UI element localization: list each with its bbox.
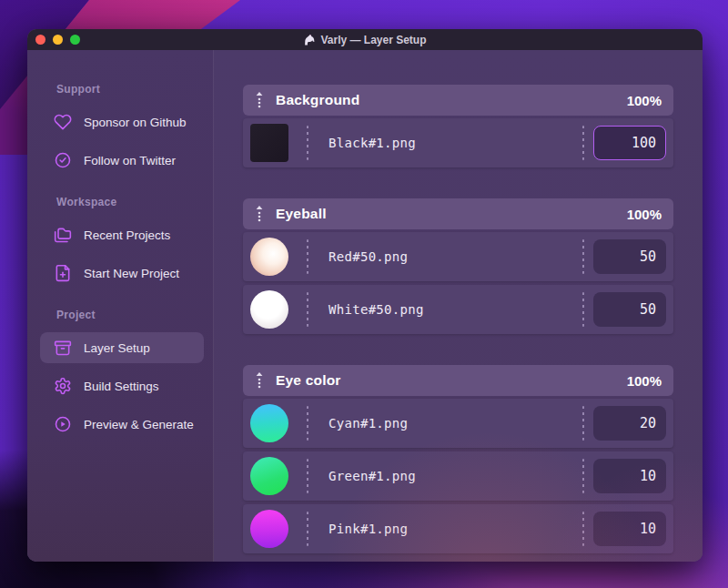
sidebar-item-recent-projects[interactable]: Recent Projects — [40, 219, 204, 250]
sidebar-item-label: Preview & Generate — [84, 418, 194, 431]
layer-group: Background 100% Black#1.png — [243, 85, 673, 167]
layer-row[interactable]: Black#1.png — [243, 118, 673, 167]
sidebar-item-follow-on-twitter[interactable]: Follow on Twitter — [40, 145, 204, 176]
drag-handle-icon[interactable] — [255, 372, 264, 390]
layer-thumbnail — [250, 238, 288, 276]
dotted-separator — [582, 406, 584, 441]
layer-group: Eye color 100% Cyan#1.png Green#1.png Pi… — [243, 365, 673, 553]
layer-row[interactable]: Pink#1.png — [243, 504, 673, 553]
layer-group-rows: Red#50.png White#50.png — [243, 232, 673, 334]
layer-group-percent: 100% — [627, 373, 662, 389]
layer-group: Eyeball 100% Red#50.png White#50.png — [243, 198, 673, 334]
layer-filename: Cyan#1.png — [329, 416, 582, 431]
layer-filename: Pink#1.png — [329, 522, 582, 536]
layer-group-title: Eye color — [276, 372, 627, 389]
desktop: { "window": { "title": "Varly — Layer Se… — [0, 0, 728, 588]
layer-group-percent: 100% — [627, 207, 662, 222]
layer-thumbnail — [250, 457, 288, 495]
sidebar-item-label: Start New Project — [84, 267, 179, 280]
layer-filename: Black#1.png — [329, 136, 582, 150]
window-title-text: Varly — Layer Setup — [320, 34, 426, 46]
sidebar-item-label: Sponsor on Github — [84, 116, 187, 129]
layer-row[interactable]: Green#1.png — [243, 451, 673, 501]
window-title: Varly — Layer Setup — [27, 29, 703, 50]
layer-weight-input[interactable] — [593, 292, 666, 327]
sidebar-section: Support Sponsor on Github Follow on Twit… — [27, 83, 213, 176]
dotted-separator — [307, 406, 308, 441]
sidebar-item-label: Build Settings — [84, 380, 159, 393]
zoom-button[interactable] — [70, 35, 80, 45]
layer-weight-input[interactable] — [593, 406, 666, 441]
file-plus-icon — [54, 264, 72, 282]
window-body: Support Sponsor on Github Follow on Twit… — [27, 50, 703, 562]
dotted-separator — [307, 239, 308, 274]
badge-check-icon — [54, 151, 72, 169]
sidebar-section: Workspace Recent Projects Start New Proj… — [27, 196, 213, 289]
sidebar-item-preview-generate[interactable]: Preview & Generate — [40, 409, 204, 440]
layer-weight-input[interactable] — [593, 459, 666, 493]
sidebar-section-items: Sponsor on Github Follow on Twitter — [27, 106, 213, 176]
sidebar-item-label: Follow on Twitter — [84, 154, 176, 167]
minimize-button[interactable] — [53, 35, 63, 45]
dotted-separator — [582, 512, 584, 546]
layer-row[interactable]: Red#50.png — [243, 232, 673, 281]
sidebar-section-items: Layer Setup Build Settings Preview & Gen… — [27, 332, 213, 440]
sidebar-item-layer-setup[interactable]: Layer Setup — [40, 332, 204, 363]
layer-row[interactable]: White#50.png — [243, 285, 673, 334]
close-button[interactable] — [35, 35, 46, 45]
layer-thumbnail — [250, 404, 288, 442]
archive-icon — [54, 339, 72, 357]
layer-setup-panel: Background 100% Black#1.png Eyeball 100%… — [214, 50, 703, 562]
gear-icon — [54, 377, 72, 395]
layer-group-rows: Cyan#1.png Green#1.png Pink#1.png — [243, 399, 673, 553]
sidebar-item-build-settings[interactable]: Build Settings — [40, 370, 204, 401]
layer-row[interactable]: Cyan#1.png — [243, 399, 673, 448]
sidebar-section-label: Workspace — [56, 196, 213, 208]
sidebar-item-label: Recent Projects — [84, 228, 170, 242]
heart-icon — [54, 113, 72, 131]
layer-filename: White#50.png — [329, 302, 582, 317]
layer-weight-input[interactable] — [593, 126, 666, 160]
sidebar-section-label: Project — [56, 309, 213, 321]
layer-group-percent: 100% — [627, 93, 662, 108]
layer-thumbnail — [250, 124, 288, 162]
dotted-separator — [582, 292, 584, 327]
dotted-separator — [582, 459, 584, 493]
dotted-separator — [307, 292, 308, 327]
dotted-separator — [582, 126, 584, 160]
sidebar-section: Project Layer Setup Build Settings Previ… — [27, 309, 213, 440]
sidebar-section-items: Recent Projects Start New Project — [27, 219, 213, 289]
window-titlebar[interactable]: Varly — Layer Setup — [27, 29, 703, 50]
sidebar-item-sponsor-on-github[interactable]: Sponsor on Github — [40, 106, 204, 137]
drag-handle-icon[interactable] — [255, 92, 264, 109]
app-window: Varly — Layer Setup Support Sponsor on G… — [27, 29, 703, 562]
layer-thumbnail — [250, 510, 288, 548]
layer-group-header: Eye color 100% — [243, 365, 673, 396]
dotted-separator — [307, 459, 308, 493]
drag-handle-icon[interactable] — [255, 206, 264, 223]
layer-weight-input[interactable] — [593, 239, 666, 274]
layer-group-rows: Black#1.png — [243, 118, 673, 167]
sidebar: Support Sponsor on Github Follow on Twit… — [27, 50, 214, 562]
unicorn-icon — [303, 34, 316, 46]
play-circle-icon — [54, 415, 72, 433]
layer-weight-input[interactable] — [593, 512, 666, 546]
sidebar-item-start-new-project[interactable]: Start New Project — [40, 258, 204, 289]
layer-group-title: Eyeball — [276, 206, 627, 222]
dotted-separator — [582, 239, 584, 274]
dotted-separator — [307, 512, 308, 546]
sidebar-section-label: Support — [56, 83, 213, 96]
layer-group-header: Eyeball 100% — [243, 198, 673, 229]
layer-thumbnail — [250, 290, 288, 329]
layer-filename: Red#50.png — [329, 249, 582, 264]
layer-group-title: Background — [276, 92, 627, 108]
sidebar-item-label: Layer Setup — [84, 341, 150, 355]
folders-icon — [54, 226, 72, 244]
layer-group-header: Background 100% — [243, 85, 673, 116]
window-controls — [27, 35, 80, 45]
dotted-separator — [307, 126, 308, 160]
layer-filename: Green#1.png — [329, 469, 582, 483]
